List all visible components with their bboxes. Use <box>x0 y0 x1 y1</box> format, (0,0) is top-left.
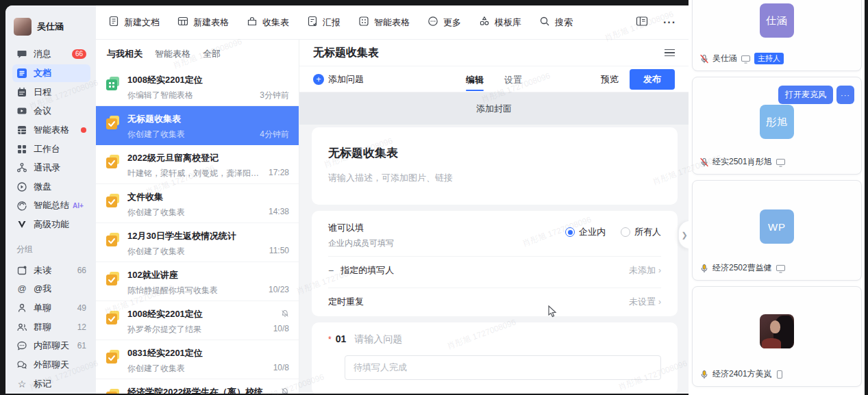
doc-list-tabs: 与我相关 智能表格 全部 <box>96 40 299 67</box>
sidebar-item-label: 智能表格 <box>34 124 69 136</box>
list-item[interactable]: 1008经实2201定位 孙罗希尔提交了结果10/8 <box>96 301 299 340</box>
menu-icon[interactable] <box>665 49 675 57</box>
sidebar-group-mentions[interactable]: @ @我 <box>12 280 90 298</box>
star-icon: ☆ <box>16 379 27 390</box>
sidebar-item-ai-summary[interactable]: 智能总结 AI+ <box>12 196 90 215</box>
sidebar-item-label: 日程 <box>34 86 51 99</box>
assignees-row[interactable]: − 指定的填写人 未添加› <box>328 256 661 281</box>
sidebar-item-drive[interactable]: 微盘 <box>12 177 90 196</box>
list-item[interactable]: 0831经实2201定位 你创建了收集表10/8 <box>96 340 299 379</box>
list-item[interactable]: 2022级元旦留离校登记 叶建铭，梁轩威，刘曼妮，龚泽阳提交了4...17:28 <box>96 145 299 184</box>
doc-time: 10/8 <box>273 363 289 374</box>
add-cover-button[interactable]: 添加封面 <box>299 92 689 125</box>
list-item-selected[interactable]: 无标题收集表 你创建了收集表4分钟前 <box>96 106 299 145</box>
participant-tile[interactable]: 仕涵 吴仕涵 主持人 <box>692 0 862 71</box>
plus-icon: + <box>313 74 324 85</box>
radio-option-everyone[interactable]: 所有人 <box>621 226 661 238</box>
sidebar-item-workbench[interactable]: 工作台 <box>12 140 90 158</box>
tab-edit[interactable]: 编辑 <box>464 68 485 91</box>
sidebar-group-external-chats[interactable]: 外部聊天 <box>12 356 90 374</box>
publish-button[interactable]: 发布 <box>630 69 675 90</box>
sidebar-group-unread[interactable]: 未读 66 <box>12 261 90 279</box>
form-title-card[interactable]: 无标题收集表 请输入描述，可添加图片、链接 <box>312 127 678 205</box>
org-icon <box>16 162 27 173</box>
required-asterisk: * <box>328 335 332 344</box>
report-icon <box>307 16 318 29</box>
sidebar-item-messages[interactable]: 消息 66 <box>12 45 90 64</box>
doc-title: 经济学院2022级学生在（离）校统计表（离... <box>127 386 278 394</box>
participant-more-button[interactable]: ··· <box>836 86 854 104</box>
radio-option-org[interactable]: 企业内 <box>565 226 606 238</box>
list-item[interactable]: 经济学院2022级学生在（离）校统计表（离... <box>96 379 299 394</box>
list-item[interactable]: 文件收集 你创建了收集表14:38 <box>96 184 299 223</box>
new-table-button[interactable]: 新建表格 <box>177 16 229 29</box>
template-library-button[interactable]: 模板库 <box>479 16 521 29</box>
smart-table-icon <box>358 16 369 29</box>
mute-bell-icon <box>281 308 289 320</box>
sidebar-group-flagged[interactable]: ☆ 标记 <box>12 374 90 393</box>
question-1-answer-field[interactable]: 待填写人完成 <box>345 355 661 380</box>
sidebar-item-premium[interactable]: 高级功能 <box>12 216 90 234</box>
form-doc-icon <box>106 271 121 286</box>
list-item[interactable]: 1008经实2201定位 你编辑了智能表格3分钟前 <box>96 67 299 106</box>
report-button[interactable]: 汇报 <box>307 16 340 29</box>
sidebar-item-label: 工作台 <box>34 143 60 155</box>
participant-tile[interactable]: 经济2401方美岚 <box>692 286 862 387</box>
sidebar-group-group-chats[interactable]: 群聊 12 <box>12 318 90 336</box>
collapse-minus-icon[interactable]: − <box>328 265 334 276</box>
form-doc-icon <box>106 193 121 208</box>
tab-smart-sheets[interactable]: 智能表格 <box>155 48 190 60</box>
smart-table-button[interactable]: 智能表格 <box>358 16 410 29</box>
doc-meta: 2022级元旦留离校登记 叶建铭，梁轩威，刘曼妮，龚泽阳提交了4...17:28 <box>127 152 289 179</box>
user-profile[interactable]: 吴仕涵 <box>12 14 90 45</box>
form-doc-icon <box>106 154 121 169</box>
question-1-card[interactable]: * 01 请输入问题 待填写人完成 <box>312 322 678 394</box>
window-more-icon[interactable]: ··· <box>663 16 676 29</box>
calendar-icon <box>16 87 27 98</box>
more-button[interactable]: 更多 <box>427 16 461 29</box>
list-item[interactable]: 12月30日学生返校情况统计 你创建了收集表11:50 <box>96 223 299 262</box>
tab-settings[interactable]: 设置 <box>503 68 523 91</box>
monitor-icon <box>776 157 786 167</box>
group-count: 61 <box>77 341 86 351</box>
form-description-input[interactable]: 请输入描述，可添加图片、链接 <box>328 172 661 194</box>
avatar: 彤旭 <box>760 105 794 139</box>
sidebar-item-smart-sheet[interactable]: 智能表格 <box>12 121 90 140</box>
layout-toggle-icon[interactable] <box>636 16 648 29</box>
participant-tile[interactable]: WP 经济2502曹益健 <box>692 180 862 281</box>
collect-form-button[interactable]: 收集表 <box>247 16 289 29</box>
doc-title: 文件收集 <box>127 191 289 203</box>
doc-time: 3分钟前 <box>260 90 289 101</box>
group-label: 群聊 <box>34 321 51 333</box>
schedule-repeat-row[interactable]: 定时重复 未设置› <box>328 288 661 312</box>
search-button[interactable]: 搜索 <box>539 16 573 29</box>
tab-related-to-me[interactable]: 与我相关 <box>107 48 142 60</box>
new-doc-button[interactable]: 新建文档 <box>108 16 160 29</box>
tab-all[interactable]: 全部 <box>203 48 221 60</box>
sidebar-group-internal-chats[interactable]: 内部聊天 61 <box>12 337 90 355</box>
open-mic-button[interactable]: 打开麦克风 <box>778 86 833 104</box>
question-title-placeholder[interactable]: 请输入问题 <box>354 333 402 346</box>
preview-button[interactable]: 预览 <box>601 73 619 86</box>
doc-title: 1008经实2201定位 <box>127 308 278 320</box>
form-title-input[interactable]: 无标题收集表 <box>328 138 661 161</box>
add-question-button[interactable]: + 添加问题 <box>313 73 364 86</box>
participant-tile[interactable]: 打开麦克风 ··· 彤旭 经实2501肖彤旭 <box>692 77 862 175</box>
sidebar-group-direct-chats[interactable]: 单聊 49 <box>12 299 90 318</box>
more-circle-icon <box>427 16 438 29</box>
sidebar-item-docs[interactable]: 文档 <box>12 64 90 83</box>
radio-label: 企业内 <box>579 226 606 238</box>
meeting-roster-panel: 仕涵 吴仕涵 主持人 打开麦克风 ··· 彤旭 经实2501肖彤旭 WP <box>689 0 865 395</box>
sidebar-item-calendar[interactable]: 日程 <box>12 83 90 101</box>
form-settings-card: 谁可以填 企业内成员可填写 企业内 <box>312 211 678 316</box>
doc-meta: 1008经实2201定位 你编辑了智能表格3分钟前 <box>127 74 289 101</box>
form-canvas: 添加封面 无标题收集表 请输入描述，可添加图片、链接 谁可以填 <box>299 92 689 394</box>
sidebar-item-meetings[interactable]: 会议 <box>12 102 90 120</box>
video-icon <box>16 105 27 116</box>
list-item[interactable]: 102就业讲座 陈怡静提醒你填写收集表10/23 <box>96 262 299 301</box>
doc-meta: 12月30日学生返校情况统计 你创建了收集表11:50 <box>127 230 289 257</box>
drive-icon <box>16 181 27 192</box>
sidebar-item-label: 微盘 <box>34 181 51 193</box>
sidebar-item-contacts[interactable]: 通讯录 <box>12 159 90 177</box>
bubble-dots-icon <box>16 340 27 351</box>
